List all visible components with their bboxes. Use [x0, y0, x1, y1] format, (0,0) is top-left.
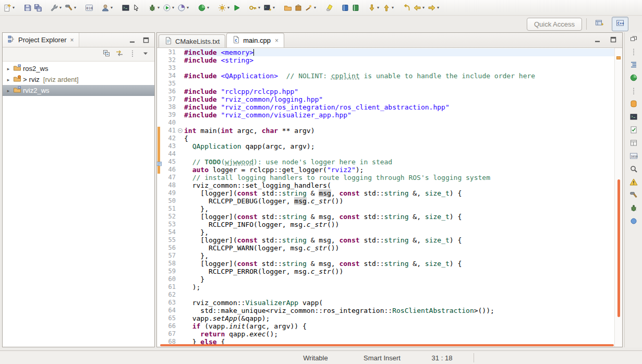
save-button[interactable]: [22, 1, 33, 15]
save-all-button[interactable]: [33, 1, 43, 15]
show-view-console-button[interactable]: [627, 112, 640, 124]
show-view-search-button[interactable]: [627, 164, 640, 176]
minimize-editor-button[interactable]: [593, 35, 602, 44]
dropdown-arrow-icon[interactable]: ▾: [11, 5, 16, 10]
dropdown-arrow-icon[interactable]: ▾: [110, 5, 114, 10]
code-line-42[interactable]: 42{: [157, 135, 615, 142]
code-line-34[interactable]: 34#include <QApplication> // NOLINT: cpp…: [157, 72, 615, 80]
code-text[interactable]: [184, 80, 615, 88]
code-line-35[interactable]: 35: [157, 80, 615, 88]
code-line-45[interactable]: 45 // TODO(wjwwood): use node's logger h…: [157, 158, 615, 166]
code-line-64[interactable]: 64 std::make_unique<rviz_common::ros_int…: [157, 307, 615, 314]
quick-fix-button[interactable]: ▾: [304, 1, 318, 15]
view-handle-button[interactable]: [128, 50, 137, 58]
expand-arrow-icon[interactable]: ▸: [5, 88, 11, 93]
code-text[interactable]: #include "rviz_common/ros_integration/ro…: [184, 103, 615, 111]
line-number[interactable]: 50: [162, 197, 177, 205]
show-view-repositories-button[interactable]: [627, 99, 640, 111]
line-number[interactable]: 58: [162, 260, 177, 268]
coverage-button[interactable]: ▾: [197, 1, 211, 15]
line-number[interactable]: 57: [162, 252, 177, 260]
line-number[interactable]: 40: [162, 119, 177, 127]
show-view-properties-button[interactable]: [627, 138, 640, 150]
open-console-button[interactable]: [120, 1, 131, 15]
show-view-build-targets-button[interactable]: [627, 190, 640, 202]
close-view-icon[interactable]: ×: [70, 37, 74, 44]
code-line-58[interactable]: 58 [logger](const std::string & msg, con…: [157, 260, 615, 268]
line-number[interactable]: 41: [162, 127, 177, 135]
restore-views-button[interactable]: [627, 34, 640, 45]
code-line-33[interactable]: 33: [157, 64, 615, 72]
line-number[interactable]: 60: [162, 275, 177, 283]
show-view-problems-button[interactable]: [627, 177, 640, 189]
show-view-breakpoints-button[interactable]: [627, 216, 640, 228]
line-number[interactable]: 43: [162, 142, 177, 150]
dropdown-arrow-icon[interactable]: ▾: [206, 5, 210, 10]
code-line-50[interactable]: 50 RCLCPP_DEBUG(logger, msg.c_str()): [157, 197, 615, 205]
show-view-coverage-button[interactable]: [627, 73, 640, 84]
profile-button[interactable]: ▾: [176, 1, 191, 15]
line-number[interactable]: 42: [162, 135, 177, 142]
editor-tab-main-cpp[interactable]: cmain.cpp×: [226, 33, 284, 47]
dropdown-arrow-icon[interactable]: ▾: [421, 5, 426, 10]
code-text[interactable]: vapp.setApp(&qapp);: [184, 314, 615, 322]
show-view-binaries-button[interactable]: 1010: [627, 151, 640, 163]
code-line-41[interactable]: 41−int main(int argc, char ** argv): [157, 127, 615, 135]
expand-arrow-icon[interactable]: ▸: [5, 66, 11, 71]
code-text[interactable]: rviz_common::VisualizerApp vapp(: [184, 299, 615, 307]
maximize-editor-button[interactable]: [609, 35, 618, 44]
line-number[interactable]: 35: [162, 80, 177, 88]
line-number[interactable]: 59: [162, 268, 177, 275]
code-text[interactable]: },: [184, 228, 615, 236]
line-number[interactable]: 62: [162, 291, 177, 299]
dropdown-arrow-icon[interactable]: ▾: [156, 5, 161, 10]
code-text[interactable]: RCLCPP_ERROR(logger, msg.c_str()): [184, 268, 615, 275]
maximize-view-button[interactable]: [141, 36, 151, 44]
dropdown-arrow-icon[interactable]: ▾: [171, 5, 175, 10]
open-declaration-button[interactable]: [340, 1, 350, 15]
code-text[interactable]: RCLCPP_DEBUG(logger, msg.c_str()): [184, 197, 615, 205]
line-number[interactable]: 47: [162, 174, 177, 181]
line-number[interactable]: 32: [162, 56, 177, 64]
fold-collapse-icon[interactable]: −: [178, 128, 183, 133]
run-button[interactable]: ▾: [162, 1, 176, 15]
code-text[interactable]: auto logger = rclcpp::get_logger("rviz2"…: [184, 166, 615, 174]
vertical-scrollbar-thumb[interactable]: [617, 179, 620, 317]
next-annotation-button[interactable]: ▾: [367, 1, 381, 15]
code-line-53[interactable]: 53 RCLCPP_INFO(logger, msg.c_str()): [157, 221, 615, 228]
code-line-48[interactable]: 48 rviz_common::set_logging_handlers(: [157, 181, 615, 189]
show-view-debug-button[interactable]: [627, 203, 640, 215]
code-editor[interactable]: 31#include <memory>32#include <string>33…: [157, 48, 622, 347]
code-text[interactable]: },: [184, 252, 615, 260]
view-pulldown-button[interactable]: [141, 50, 150, 58]
code-line-51[interactable]: 51 },: [157, 205, 615, 213]
mark-occurrences-button[interactable]: [324, 1, 334, 15]
code-line-55[interactable]: 55 [logger](const std::string & msg, con…: [157, 236, 615, 244]
code-text[interactable]: #include <string>: [184, 56, 615, 64]
line-number[interactable]: 49: [162, 189, 177, 197]
build-working-set-button[interactable]: ▾: [49, 1, 64, 15]
code-text[interactable]: #include <QApplication> // NOLINT: cppli…: [184, 72, 615, 80]
run-last-launch-button[interactable]: [232, 1, 242, 15]
code-line-32[interactable]: 32#include <string>: [157, 56, 615, 64]
code-text[interactable]: [logger](const std::string & msg, const …: [184, 236, 615, 244]
line-number[interactable]: 67: [162, 330, 177, 338]
open-binary-button[interactable]: 010: [84, 1, 94, 15]
collapse-all-button[interactable]: [102, 50, 111, 58]
new-wizard-button[interactable]: ▾: [2, 1, 17, 15]
open-documentation-button[interactable]: [350, 1, 361, 15]
quick-access-button[interactable]: Quick Access: [527, 18, 582, 31]
code-line-65[interactable]: 65 vapp.setApp(&qapp);: [157, 314, 615, 322]
line-number[interactable]: 33: [162, 64, 177, 72]
horizontal-scrollbar-thumb[interactable]: [160, 344, 614, 346]
code-line-54[interactable]: 54 },: [157, 228, 615, 236]
line-number[interactable]: 65: [162, 314, 177, 322]
code-text[interactable]: [logger](const std::string & msg, const …: [184, 260, 615, 268]
cpp-perspective-button[interactable]: C++: [612, 17, 628, 31]
line-number[interactable]: 56: [162, 244, 177, 252]
code-line-56[interactable]: 56 RCLCPP_WARN(logger, msg.c_str()): [157, 244, 615, 252]
line-number[interactable]: 52: [162, 213, 177, 221]
code-text[interactable]: QApplication qapp(argc, argv);: [184, 142, 615, 150]
code-text[interactable]: [184, 64, 615, 72]
close-tab-icon[interactable]: ×: [275, 37, 278, 44]
